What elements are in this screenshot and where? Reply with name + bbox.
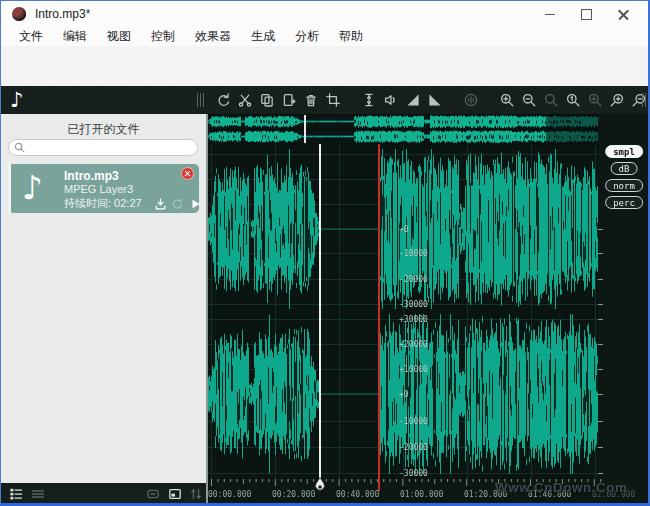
axis-label-ch1-3: -30000 (399, 300, 428, 309)
window-title: Intro.mp3* (35, 7, 90, 21)
close-button[interactable] (605, 1, 642, 27)
axis-label-ch1-0: +0 (399, 225, 409, 234)
zoom-out-button[interactable] (521, 92, 537, 108)
ruler-label-2: 00:40.000 (336, 490, 379, 499)
file-note-icon: ♪ (22, 166, 43, 210)
axis-label-ch2-4: -10000 (399, 417, 428, 426)
file-format: MPEG Layer3 (64, 183, 133, 195)
files-panel-title: 已打开的文件 (1, 114, 206, 138)
scale-button-dB[interactable]: dB (611, 162, 638, 175)
waveform-canvas[interactable] (208, 114, 650, 504)
maximize-button[interactable] (568, 1, 605, 27)
playback-cursor[interactable] (378, 144, 380, 491)
delete-button[interactable] (303, 92, 319, 108)
ruler-label-1: 00:20.000 (272, 490, 315, 499)
trim-button[interactable] (325, 92, 341, 108)
copy-button[interactable] (259, 92, 275, 108)
app-icon (12, 7, 26, 21)
menu-item-2[interactable]: 视图 (97, 27, 141, 46)
zoom-all-button[interactable] (587, 92, 603, 108)
toolbar-grip-right[interactable] (642, 93, 650, 107)
vertical-zoom-in-button[interactable] (609, 92, 625, 108)
edit-toolbar: ♪ (1, 86, 648, 114)
menu-item-5[interactable]: 生成 (241, 27, 285, 46)
close-icon (618, 9, 629, 20)
zoom-normal-button[interactable] (565, 92, 581, 108)
minimap-cursor[interactable] (304, 115, 306, 143)
axis-label-ch2-3: +0 (399, 390, 409, 399)
menu-bar: 文件编辑视图控制效果器生成分析帮助 (1, 27, 648, 46)
axis-label-ch2-1: +20000 (399, 340, 428, 349)
zoom-in-button[interactable] (499, 92, 515, 108)
menu-item-7[interactable]: 帮助 (329, 27, 373, 46)
watermark: Www.CnDown.Com (495, 480, 627, 495)
file-search[interactable] (8, 139, 198, 156)
app-window: Intro.mp3* 文件编辑视图控制效果器生成分析帮助 i 44.1 kHz … (0, 0, 650, 506)
list-view-button[interactable] (9, 487, 23, 501)
minimize-button[interactable] (531, 1, 568, 27)
compact-view-button[interactable] (31, 487, 45, 501)
file-reload-button[interactable] (171, 197, 184, 210)
axis-label-ch2-2: +10000 (399, 365, 428, 374)
file-close-button[interactable] (181, 167, 194, 180)
card-view-button[interactable] (168, 487, 182, 501)
title-bar: Intro.mp3* (1, 1, 648, 27)
fit-view-button[interactable] (146, 487, 160, 501)
scale-button-perc[interactable]: perc (605, 196, 643, 209)
amplitude-button[interactable] (361, 92, 377, 108)
menu-item-0[interactable]: 文件 (9, 27, 53, 46)
cursor-pin-handle[interactable] (314, 477, 326, 494)
file-save-button[interactable] (154, 197, 167, 210)
ruler-label-3: 01:00.000 (400, 490, 443, 499)
edit-cursor[interactable] (319, 144, 321, 479)
search-icon (14, 142, 25, 153)
minimize-icon (545, 14, 555, 15)
axis-label-ch2-6: -30000 (399, 469, 428, 478)
transport-toolbar: i 44.1 kHz stereo -0000:00:54.460 (1, 46, 648, 86)
file-play-button[interactable] (189, 197, 202, 210)
menu-item-3[interactable]: 控制 (141, 27, 185, 46)
sort-button[interactable] (189, 487, 203, 501)
scale-button-smpl[interactable]: smpl (605, 145, 643, 158)
zoom-selection-button[interactable] (543, 92, 559, 108)
gain-button[interactable] (383, 92, 399, 108)
file-name: Intro.mp3 (64, 169, 119, 183)
menu-item-4[interactable]: 效果器 (185, 27, 241, 46)
axis-label-ch1-2: -20000 (399, 275, 428, 284)
waveform-area: +0-10000-20000-30000+30000+20000+10000+0… (208, 114, 650, 504)
ruler-label-0: 00:00.000 (208, 490, 251, 499)
fade-in-button[interactable] (405, 92, 421, 108)
maximize-icon (581, 9, 592, 20)
toolbar-grip[interactable] (197, 93, 205, 107)
axis-label-ch2-0: +30000 (399, 315, 428, 324)
files-panel: 已打开的文件 ♪ Intro.mp3 MPEG Layer3 持续时间: 02:… (1, 114, 206, 483)
file-duration: 持续时间: 02:27 (64, 196, 142, 211)
undo-button[interactable] (215, 92, 231, 108)
file-item[interactable]: ♪ Intro.mp3 MPEG Layer3 持续时间: 02:27 (8, 164, 199, 213)
menu-item-1[interactable]: 编辑 (53, 27, 97, 46)
paste-button[interactable] (281, 92, 297, 108)
axis-label-ch2-5: -20000 (399, 443, 428, 452)
normalize-button[interactable] (463, 92, 479, 108)
cut-button[interactable] (237, 92, 253, 108)
axis-label-ch1-1: -10000 (399, 249, 428, 258)
fade-out-button[interactable] (427, 92, 443, 108)
scale-button-norm[interactable]: norm (605, 179, 643, 192)
files-panel-footer (1, 483, 206, 504)
menu-item-6[interactable]: 分析 (285, 27, 329, 46)
audio-note-icon: ♪ (10, 87, 23, 113)
search-input[interactable] (25, 141, 197, 154)
